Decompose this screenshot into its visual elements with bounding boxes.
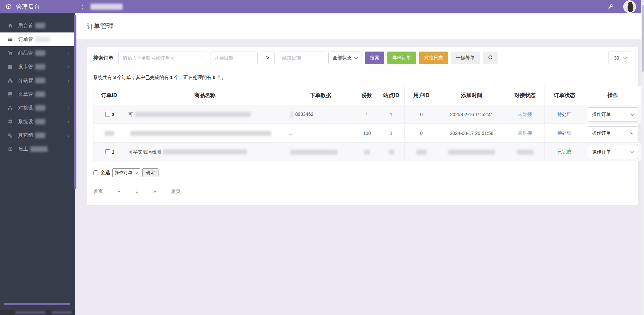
sidebar-item-system[interactable]: 系统设‹ [0,115,75,129]
confirm-button[interactable]: 确定 [142,168,158,177]
pagination-first[interactable]: 首页 [93,188,103,194]
row-action-select[interactable]: 操作订单 [588,126,638,140]
order-id-value: 3 [112,112,115,117]
bulk-action-select[interactable]: 操作订单 [112,168,140,177]
status-filter-select[interactable]: 全部状态 [328,52,362,64]
date-range-arrow-button[interactable]: > [261,52,275,64]
cell-dock-status [505,143,545,161]
order-search-input[interactable] [118,52,207,64]
cell-value: 待处理 [558,111,572,117]
cart-icon [7,51,13,56]
sidebar-bottom-bar [0,310,75,315]
cell-value: 1 [390,131,393,136]
user-icon [7,147,13,152]
avatar[interactable] [623,0,636,13]
cell-value: 已完成 [558,149,572,154]
sidebar-item-label: 员工 [18,146,28,152]
list-icon [7,37,13,42]
page-scrollbar-thumb[interactable] [642,5,644,72]
cell-value: 待处理 [558,130,572,136]
row-action-select[interactable]: 操作订单 [588,107,638,122]
cell-action: 操作订单 [584,143,642,161]
row-action-value: 操作订单 [592,130,611,136]
gears-icon [7,133,13,138]
row-action-select[interactable]: 操作订单 [588,145,638,159]
sidebar-item-label: 商品管 [18,50,33,56]
chevron-down-icon [630,112,634,115]
cell-created-at: 2024-08-17 20:51:58 [438,124,505,143]
col-dock-status: 对接状态 [505,86,545,105]
start-date-input[interactable] [210,52,258,64]
orders-table: 订单ID商品名称下单数据份数站点ID用户ID添加时间对接状态订单状态操作 3可8… [93,86,642,161]
pagination-prev[interactable]: « [118,188,121,194]
cell-user-id [405,143,438,161]
status-filter-value: 全部状态 [333,55,351,61]
ellipsis-v-icon[interactable]: ⋮ [80,4,85,10]
sidebar-item-goods[interactable]: 商品管‹ [0,46,75,60]
sidebar-item-label: 订单管 [18,36,33,43]
cell-quantity: 1 [356,105,378,124]
pagination: 首页 « 1 » 尾页 [87,178,638,202]
refresh-button[interactable] [483,52,498,64]
cell-site-id: 1 [378,124,405,143]
chevron-left-icon: ‹ [67,64,69,70]
page-size-select[interactable]: 30 [608,52,632,64]
cell-product-name: 可 [125,105,285,124]
wrench-icon[interactable] [608,4,613,9]
sidebar-item-dock[interactable]: 对接设‹ [0,101,75,115]
chevron-left-icon: ‹ [67,78,69,83]
cell-value: 未对接 [518,111,532,117]
sidebar-item-label: 文章管 [18,91,33,97]
grid-icon [7,65,13,69]
sidebar-item-other[interactable]: 其它组‹ [0,129,75,142]
row-checkbox[interactable] [105,112,110,117]
sidebar-item-articles[interactable]: 文章管 [0,87,75,101]
cell-created-at [438,143,505,161]
cell-quantity [356,143,378,161]
sidebar-item-home[interactable]: 后台首 [0,19,75,32]
cell-action: 操作订单 [584,124,642,143]
app-title: 管理后台 [16,3,40,11]
orders-summary: 系统共有 3 个订单，其中已完成的有 1 个，正在处理的有 0 个。 [87,69,638,84]
search-button[interactable]: 搜索 [365,52,384,64]
table-row: ....100102024-08-17 20:51:58未对接待处理操作订单 [93,124,642,143]
cell-value: 1 [366,112,368,117]
sidebar-item-label: 其它组 [18,132,33,139]
one-key-replenish-button[interactable]: 一键补单 [451,52,480,64]
sidebar-item-label: 对接设 [18,105,33,111]
end-date-input[interactable] [278,52,325,64]
page-scrollbar[interactable]: ▲ [641,0,644,315]
bulk-action-value: 操作订单 [115,170,132,176]
dock-log-button[interactable]: 对接日志 [419,52,448,64]
sidebar-item-staff[interactable]: 员工 [0,142,75,156]
page-title: 订单管理 [87,22,114,31]
pagination-next[interactable]: » [153,188,156,194]
sidebar-item-substation[interactable]: 分站管‹ [0,74,75,87]
pagination-page-1[interactable]: 1 [136,188,138,194]
export-orders-button[interactable]: 导出订单 [387,52,416,64]
col-user-id: 用户ID [405,86,438,105]
row-checkbox[interactable] [105,149,110,154]
select-all-checkbox[interactable] [93,170,98,175]
table-row: 3可89334621102025-02-16 11:52:41未对接待处理操作订… [93,105,642,124]
col-site-id: 站点ID [378,86,405,105]
title-band: 订单管理 [75,13,644,39]
sidebar-item-label: 发卡管 [18,64,33,70]
sidebar-item-orders[interactable]: 订单管 [0,32,75,46]
sidebar-vertical-scrollbar[interactable] [74,15,76,189]
pagination-last[interactable]: 尾页 [171,188,180,194]
cell-order-id: 3 [93,105,125,124]
sidebar-item-label: 后台首 [18,22,33,29]
row-action-value: 操作订单 [592,149,611,155]
chevron-down-icon [630,149,634,153]
cell-order-status: 已完成 [545,143,584,161]
sidebar-item-cards[interactable]: 发卡管‹ [0,60,75,74]
sidebar-horizontal-scrollbar[interactable] [4,303,70,305]
scroll-up-icon[interactable]: ▲ [641,0,644,3]
chevron-left-icon: ‹ [67,119,69,125]
refresh-icon [488,55,493,61]
cell-value: 8933462 [295,111,314,117]
table-header-row: 订单ID商品名称下单数据份数站点ID用户ID添加时间对接状态订单状态操作 [93,86,642,105]
chevron-left-icon: ‹ [67,105,69,111]
cell-order-data: .... [285,124,356,143]
